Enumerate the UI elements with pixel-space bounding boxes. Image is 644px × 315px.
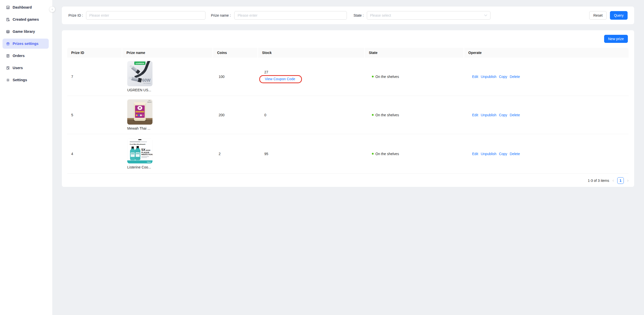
pagination-page-1[interactable]: 1 (617, 177, 624, 184)
unpublish-link[interactable]: Unpublish (481, 152, 496, 156)
svg-text:MORE: MORE (146, 150, 150, 151)
chevron-down-icon (484, 14, 487, 17)
prize-name-label: Prize name : (211, 13, 231, 17)
sidebar-item-label: Orders (13, 54, 25, 58)
svg-text:5X: 5X (141, 148, 145, 152)
svg-text:Cool Mint Mouthwash: Cool Mint Mouthwash (130, 144, 145, 145)
stock-count: 27 (264, 70, 268, 74)
copy-link[interactable]: Copy (499, 113, 507, 117)
chevron-left-icon: ‹ (52, 7, 53, 11)
sidebar-item-dashboard[interactable]: Dashboard (3, 2, 49, 12)
sidebar-item-users[interactable]: Users (3, 63, 49, 73)
query-button[interactable]: Query (610, 11, 628, 20)
sidebar-item-label: Users (13, 66, 23, 70)
state-text: On the shelves (375, 113, 399, 117)
prize-id-input[interactable] (86, 11, 205, 20)
state-text: On the shelves (375, 75, 399, 79)
col-header-prize-name: Prize name (122, 48, 213, 58)
prize-image-listerine: Cool Mint Mouthwash (127, 138, 152, 163)
edit-link[interactable]: Edit (472, 152, 478, 156)
reset-button[interactable]: Reset (589, 11, 607, 20)
sidebar-item-label: Created games (13, 17, 39, 21)
coupon-annotation-box: View Coupon Code (259, 75, 302, 83)
new-prize-button[interactable]: New prize (604, 35, 628, 43)
svg-text:750ml: 750ml (147, 161, 151, 163)
col-header-prize-id: Prize ID (67, 48, 122, 58)
sidebar-item-created-games[interactable]: Created games (3, 14, 49, 24)
delete-link[interactable]: Delete (510, 75, 520, 79)
status-dot-green (372, 76, 374, 77)
cell-coins: 100 (215, 75, 260, 79)
delete-link[interactable]: Delete (510, 152, 520, 156)
table-row: 5 (67, 96, 629, 134)
cell-coins: 2 (215, 152, 260, 156)
unpublish-link[interactable]: Unpublish (481, 113, 496, 117)
sidebar-item-prizes-settings[interactable]: Prizes settings (3, 39, 49, 49)
sidebar-item-label: Prizes settings (13, 42, 38, 46)
sidebar-menu: Dashboard Created games Game library Pri… (0, 0, 52, 85)
sidebar: Dashboard Created games Game library Pri… (0, 0, 52, 315)
prizes-table-card: New prize Prize ID Prize name Coins Stoc… (62, 30, 634, 187)
cell-coins: 200 (215, 113, 260, 117)
edit-link[interactable]: Edit (472, 113, 478, 117)
state-label: State : (353, 13, 364, 17)
svg-text:60W: 60W (142, 78, 151, 82)
prize-name-text: Listerine Coo... (127, 165, 151, 169)
cell-prize-id: 5 (67, 113, 123, 117)
unpublish-link[interactable]: Unpublish (481, 75, 496, 79)
edit-link[interactable]: Edit (472, 75, 478, 79)
cell-stock: 0 (260, 113, 368, 117)
col-header-state: State (365, 48, 464, 58)
status-dot-green (372, 153, 374, 155)
sidebar-item-label: Settings (13, 78, 27, 82)
cell-prize-name: MEWAH Mewah Thai ... (123, 99, 215, 130)
created-games-icon (6, 18, 10, 21)
cell-stock: 27 View Coupon Code (260, 70, 368, 83)
prize-name-input[interactable] (234, 11, 347, 20)
cell-prize-name: Cool Mint Mouthwash (123, 138, 215, 169)
gift-icon (6, 42, 10, 46)
prize-name-text: Mewah Thai ... (127, 126, 150, 130)
filter-bar: Prize ID : Prize name : State : Please s… (62, 7, 634, 24)
table-row: 7 (67, 58, 629, 96)
users-icon (6, 66, 10, 70)
sidebar-item-settings[interactable]: Settings (3, 75, 49, 85)
sidebar-item-orders[interactable]: Orders (3, 51, 49, 61)
col-header-operate: Operate (464, 48, 625, 58)
copy-link[interactable]: Copy (499, 152, 507, 156)
state-select-placeholder: Please select (370, 13, 484, 17)
cell-stock: 95 (260, 152, 368, 156)
pagination-prev-icon[interactable]: ‹ (612, 178, 614, 183)
cell-state: On the shelves (368, 152, 468, 156)
view-coupon-code-link[interactable]: View Coupon Code (265, 77, 295, 81)
cell-operate: Edit Unpublish Copy Delete (468, 152, 629, 156)
filter-actions: Reset Query (589, 11, 628, 20)
state-select[interactable]: Please select (367, 11, 491, 20)
delete-link[interactable]: Delete (510, 113, 520, 117)
prize-image-ugreen-cable: UGREEN 60W Fast Charging (127, 61, 152, 86)
prize-id-label: Prize ID : (68, 13, 83, 17)
cell-operate: Edit Unpublish Copy Delete (468, 113, 629, 117)
game-library-icon (6, 30, 10, 34)
sidebar-collapse-button[interactable]: ‹ (49, 7, 55, 12)
svg-text:MEWAH: MEWAH (147, 102, 151, 103)
table-row: 4 Cool Mint Mouthwash (67, 134, 629, 174)
prize-name-text: UGREEN US... (127, 88, 151, 92)
cell-operate: Edit Unpublish Copy Delete (468, 75, 629, 79)
pagination-next-icon[interactable]: › (627, 178, 629, 183)
cell-prize-name: UGREEN 60W Fast Charging UGREEN US... (123, 61, 215, 92)
pagination-total-text: 1-3 of 3 items (588, 179, 609, 183)
copy-link[interactable]: Copy (499, 75, 507, 79)
state-text: On the shelves (375, 152, 399, 156)
main-content: Prize ID : Prize name : State : Please s… (52, 0, 644, 315)
svg-text:Fast Charging: Fast Charging (143, 83, 151, 84)
svg-text:REDUCTION: REDUCTION (141, 153, 152, 156)
prizes-table: Prize ID Prize name Coins Stock State Op… (67, 48, 629, 174)
dashboard-icon (6, 6, 10, 9)
col-header-coins: Coins (213, 48, 258, 58)
cell-prize-id: 7 (67, 75, 123, 79)
orders-icon (6, 54, 10, 58)
gear-icon (6, 78, 10, 82)
cell-prize-id: 4 (67, 152, 123, 156)
sidebar-item-game-library[interactable]: Game library (3, 26, 49, 37)
